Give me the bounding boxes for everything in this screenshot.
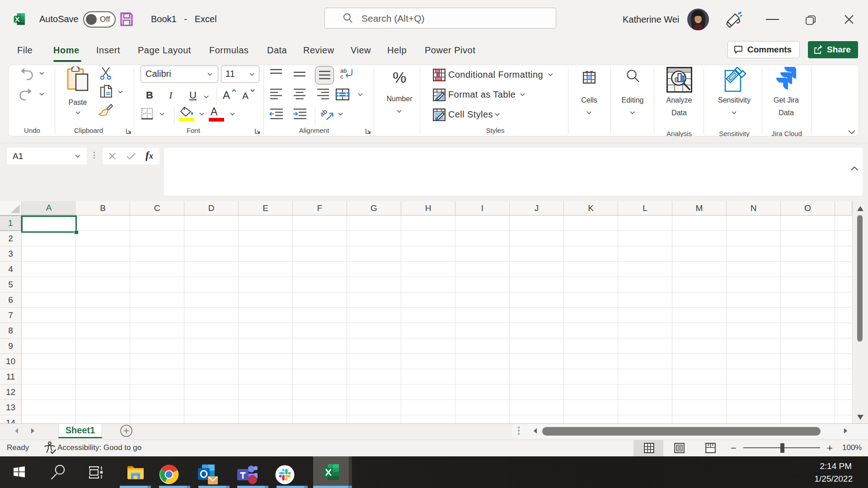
- svg-text:c: c: [340, 73, 343, 80]
- svg-text:ab: ab: [321, 108, 328, 118]
